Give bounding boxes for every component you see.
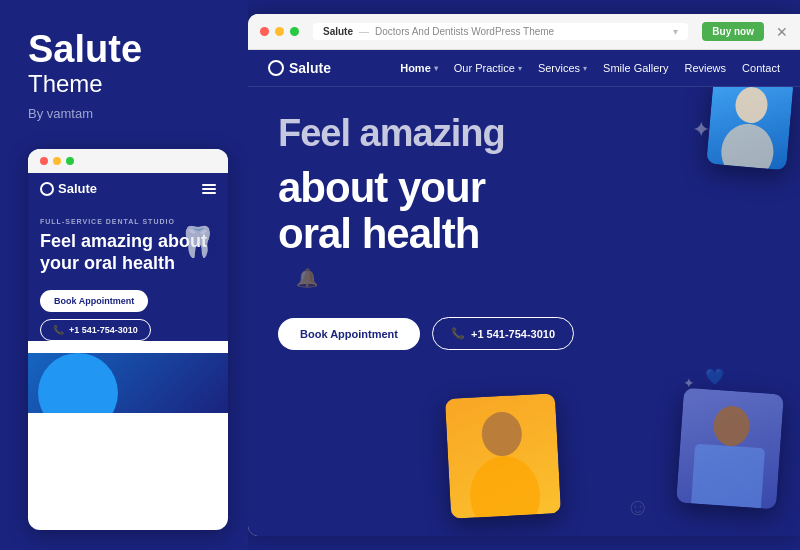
- svg-point-3: [468, 454, 542, 519]
- hero-headline-main: about your oral health: [278, 165, 770, 257]
- heart-tooth-icon: 💙: [705, 367, 725, 386]
- site-hero: Feel amazing about your oral health ✦ 🔔 …: [248, 87, 800, 536]
- nav-reviews[interactable]: Reviews: [685, 62, 727, 74]
- book-appointment-button[interactable]: Book Appointment: [278, 318, 420, 350]
- hero-headline-top: Feel amazing: [278, 112, 770, 155]
- browser-dot-green: [290, 27, 299, 36]
- chevron-home: ▾: [434, 64, 438, 73]
- browser-dot-red: [260, 27, 269, 36]
- url-sep: —: [359, 26, 369, 37]
- mobile-phone-button[interactable]: 📞 +1 541-754-3010: [40, 319, 151, 341]
- nav-links: Home ▾ Our Practice ▾ Services ▾ Smile G…: [400, 62, 780, 74]
- brand-subtitle: Theme: [28, 70, 228, 98]
- browser-url-bar: Salute — Doctors And Dentists WordPress …: [313, 23, 688, 40]
- svg-rect-5: [690, 444, 765, 510]
- site-logo: Salute: [268, 60, 331, 76]
- mobile-bottom-image: [28, 353, 228, 413]
- website-content: Salute Home ▾ Our Practice ▾ Services ▾ …: [248, 50, 800, 536]
- mobile-site-logo: Salute: [40, 181, 97, 196]
- nav-our-practice[interactable]: Our Practice ▾: [454, 62, 522, 74]
- mobile-card-titlebar: [28, 149, 228, 173]
- url-desc: Doctors And Dentists WordPress Theme: [375, 26, 554, 37]
- svg-point-2: [481, 411, 523, 457]
- browser-titlebar: Salute — Doctors And Dentists WordPress …: [248, 14, 800, 50]
- nav-home[interactable]: Home ▾: [400, 62, 438, 74]
- brand-by: By vamtam: [28, 106, 228, 121]
- nav-smile-gallery[interactable]: Smile Gallery: [603, 62, 668, 74]
- mobile-preview-card: Salute FULL-SERVICE DENTAL STUDIO Feel a…: [28, 149, 228, 530]
- smile-circle-decoration: [38, 353, 118, 413]
- left-panel: Salute Theme By vamtam Salute FULL-SERVI…: [0, 0, 248, 550]
- chevron-down-icon: ▾: [673, 26, 678, 37]
- phone-icon: 📞: [451, 327, 465, 340]
- hero-text-block: Feel amazing about your oral health: [278, 112, 770, 257]
- hero-cta-buttons: Book Appointment 📞 +1 541-754-3010: [278, 317, 770, 350]
- globe-icon: [40, 182, 54, 196]
- mobile-book-button[interactable]: Book Appointment: [40, 290, 148, 312]
- hamburger-icon[interactable]: [202, 184, 216, 194]
- browser-dot-yellow: [275, 27, 284, 36]
- right-panel-browser: Salute — Doctors And Dentists WordPress …: [248, 14, 800, 536]
- mobile-hero-body: FULL-SERVICE DENTAL STUDIO Feel amazing …: [28, 204, 228, 341]
- svg-point-4: [712, 405, 751, 447]
- buy-now-button[interactable]: Buy now: [702, 22, 764, 41]
- phone-button[interactable]: 📞 +1 541-754-3010: [432, 317, 574, 350]
- mobile-navbar: Salute: [28, 173, 228, 204]
- nav-contact[interactable]: Contact: [742, 62, 780, 74]
- mobile-cta-buttons: Book Appointment 📞 +1 541-754-3010: [40, 290, 216, 341]
- floating-portrait-center: [445, 393, 561, 519]
- nav-services[interactable]: Services ▾: [538, 62, 587, 74]
- globe-logo-icon: [268, 60, 284, 76]
- phone-icon: 📞: [53, 325, 64, 335]
- floating-portrait-right: [676, 388, 784, 510]
- site-navbar: Salute Home ▾ Our Practice ▾ Services ▾ …: [248, 50, 800, 87]
- smiley-deco-icon: ☺: [625, 493, 650, 521]
- chevron-practice: ▾: [518, 64, 522, 73]
- close-icon[interactable]: ✕: [776, 24, 788, 40]
- tooth-icon: 🦷: [179, 224, 216, 259]
- chevron-services: ▾: [583, 64, 587, 73]
- dot-red: [40, 157, 48, 165]
- dot-green: [66, 157, 74, 165]
- brand-title: Salute: [28, 30, 228, 68]
- bell-deco-icon: 🔔: [296, 267, 318, 289]
- url-brand: Salute: [323, 26, 353, 37]
- dot-yellow: [53, 157, 61, 165]
